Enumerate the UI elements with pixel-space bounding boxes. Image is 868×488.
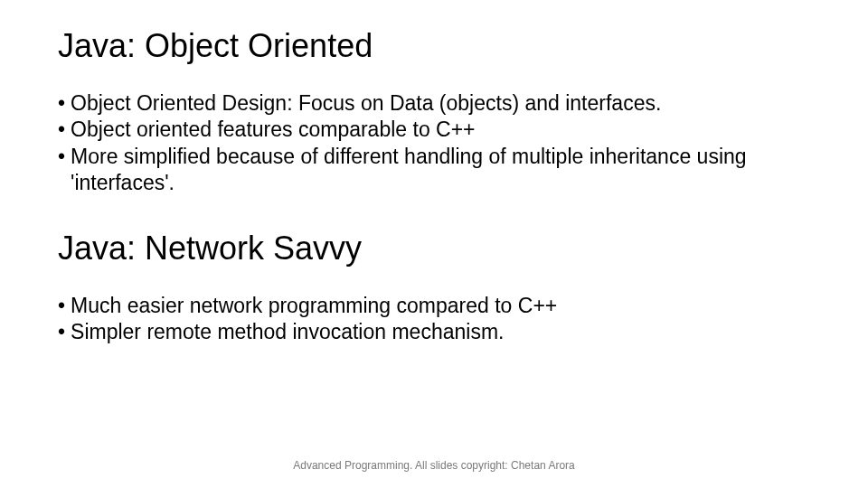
bullet-text: Object Oriented Design: Focus on Data (o… bbox=[71, 90, 810, 117]
bullet-text: Simpler remote method invocation mechani… bbox=[71, 319, 810, 345]
bullet-text: Object oriented features comparable to C… bbox=[71, 117, 810, 143]
bullet-icon: • bbox=[58, 144, 65, 170]
bullet-icon: • bbox=[58, 117, 65, 143]
list-item: • Object oriented features comparable to… bbox=[58, 117, 810, 143]
bullet-icon: • bbox=[58, 90, 65, 117]
section-heading-1: Java: Object Oriented bbox=[58, 27, 810, 65]
list-item: • Object Oriented Design: Focus on Data … bbox=[58, 90, 810, 117]
bullet-text: More simplified because of different han… bbox=[71, 144, 810, 197]
list-item: • Much easier network programming compar… bbox=[58, 293, 810, 319]
section-heading-2: Java: Network Savvy bbox=[58, 230, 810, 267]
bullet-list-2: • Much easier network programming compar… bbox=[58, 293, 810, 346]
list-item: • Simpler remote method invocation mecha… bbox=[58, 319, 810, 345]
list-item: • More simplified because of different h… bbox=[58, 144, 810, 197]
bullet-icon: • bbox=[58, 293, 65, 319]
bullet-icon: • bbox=[58, 319, 65, 345]
footer-copyright: Advanced Programming. All slides copyrig… bbox=[0, 459, 868, 472]
bullet-list-1: • Object Oriented Design: Focus on Data … bbox=[58, 90, 810, 197]
bullet-text: Much easier network programming compared… bbox=[71, 293, 810, 319]
